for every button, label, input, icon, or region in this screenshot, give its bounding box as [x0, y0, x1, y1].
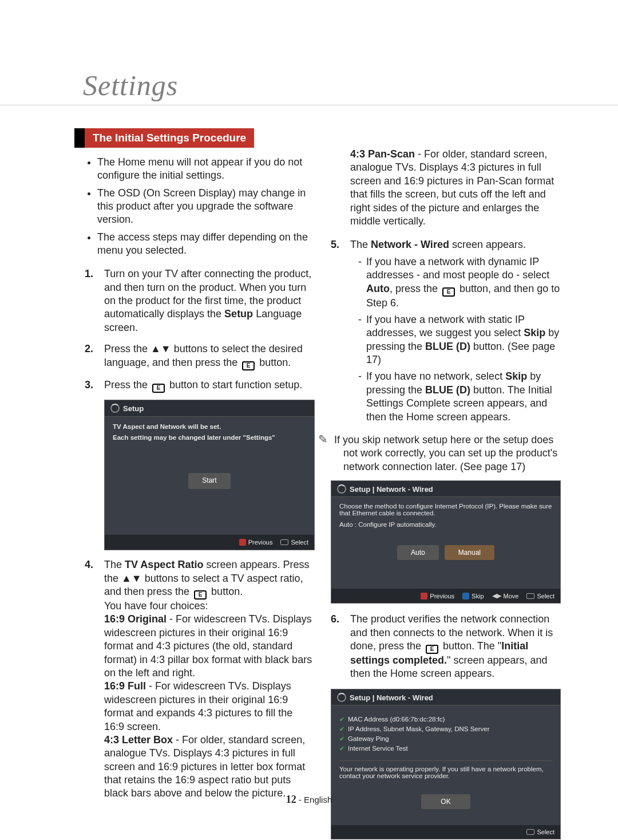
step-text: The [104, 559, 125, 570]
check-icon: ✔ [339, 725, 344, 732]
osd-title: Setup | Network - Wired [350, 693, 433, 702]
osd-text: Each setting may be changed later under … [113, 433, 306, 442]
hint-move: ◀▶Move [492, 592, 519, 600]
option-title: 16:9 Original [104, 613, 167, 625]
step-item: The TV Aspect Ratio screen appears. Pres… [85, 558, 315, 800]
enter-icon: E [426, 645, 438, 654]
step-text: Press the [104, 379, 150, 391]
check-item: ✔IP Address, Subnet Mask, Gateway, DNS S… [339, 725, 552, 733]
substep-item: If you have a network with dynamic IP ad… [358, 255, 561, 310]
check-item: ✔MAC Address (d0:66:7b:dc:28:fc) [339, 716, 552, 723]
spinner-icon [337, 693, 346, 702]
bold-term: Network - Wired [371, 239, 449, 250]
left-column: The Home menu will not appear if you do … [85, 148, 315, 839]
note-item: The access steps may differ depending on… [97, 231, 315, 257]
option-title: 16:9 Full [104, 680, 146, 692]
substep-item: If you have a network with static IP add… [358, 313, 561, 367]
start-button[interactable]: Start [188, 473, 230, 489]
page-number: 12 [286, 794, 296, 805]
header-rule [0, 105, 618, 105]
enter-icon: E [242, 361, 255, 370]
step-text: If you have a network with dynamic IP ad… [366, 256, 549, 281]
step-text: If you have a network with static IP add… [366, 314, 525, 338]
osd-text: Auto : Configure IP automatically. [339, 521, 552, 528]
right-column: 4:3 Pan-Scan - For older, standard scree… [331, 148, 561, 839]
spinner-icon [337, 484, 346, 494]
step-text: You have four choices: [104, 600, 208, 612]
check-icon: ✔ [339, 716, 344, 723]
footnote: ✎If you skip network setup here or the s… [331, 432, 561, 474]
option-desc: - For older, standard screen, analogue T… [350, 148, 554, 227]
step-text: If you have no network, select [366, 370, 505, 382]
osd-text: Choose the method to configure Internet … [339, 503, 552, 516]
note-item: The OSD (On Screen Display) may change i… [97, 187, 315, 226]
step-item: The product verifies the network connect… [331, 613, 561, 681]
hint-select: Select [280, 538, 308, 546]
substep-item: If you have no network, select Skip by p… [358, 370, 561, 424]
step-text: screen appears. [449, 239, 526, 250]
bold-term: Skip [505, 370, 527, 382]
page-footer: 12 - English [0, 794, 618, 806]
page-language: - English [296, 795, 332, 804]
enter-icon: E [194, 590, 207, 600]
bold-term: Setup [224, 308, 253, 320]
spinner-icon [110, 404, 120, 413]
check-icon: ✔ [339, 745, 344, 752]
page-title: Settings [83, 69, 618, 102]
hint-select: Select [526, 829, 554, 835]
step-item: Press the ▲▼ buttons to select the desir… [85, 342, 315, 370]
bold-term: Skip [524, 327, 545, 338]
check-item: ✔Gateway Ping [339, 735, 552, 743]
manual-button[interactable]: Manual [445, 545, 494, 560]
step-text: button. The " [440, 640, 501, 652]
step-text: button to start function setup. [167, 379, 302, 391]
osd-network-status-box: Setup | Network - Wired ✔MAC Address (d0… [331, 689, 561, 839]
osd-text: TV Aspect and Network will be set. [113, 423, 306, 431]
osd-title: Setup [123, 404, 144, 413]
bold-term: Auto [366, 283, 390, 294]
bold-term: BLUE (D) [425, 341, 470, 352]
osd-setup-box: Setup TV Aspect and Network will be set.… [104, 400, 315, 551]
note-text: If you skip network setup here or the se… [334, 434, 557, 472]
bold-term: TV Aspect Ratio [125, 559, 203, 570]
section-heading: The Initial Settings Procedure [85, 128, 254, 148]
step-item: The Network - Wired screen appears. If y… [331, 238, 561, 424]
step-item: Press the E button to start function set… [85, 378, 315, 551]
step-text: button. [208, 586, 243, 597]
step-text: button. [256, 357, 291, 368]
option-title: 4:3 Pan-Scan [350, 148, 415, 160]
hint-previous: Previous [239, 538, 273, 546]
hint-select: Select [526, 593, 554, 600]
hint-skip: Skip [462, 593, 484, 600]
enter-icon: E [152, 384, 165, 393]
step-text: The [350, 239, 371, 250]
step-item: Turn on your TV after connecting the pro… [85, 267, 315, 334]
osd-text: Your network is operating properly. If y… [339, 760, 552, 779]
auto-button[interactable]: Auto [397, 545, 439, 560]
hint-previous: Previous [421, 593, 454, 600]
step-text: , press the [390, 283, 441, 294]
bold-term: BLUE (D) [425, 384, 470, 396]
osd-network-config-box: Setup | Network - Wired Choose the metho… [331, 480, 561, 604]
note-item: The Home menu will not appear if you do … [97, 156, 315, 182]
check-icon: ✔ [339, 735, 344, 742]
check-item: ✔Internet Service Test [339, 745, 552, 752]
osd-title: Setup | Network - Wired [350, 485, 433, 494]
enter-icon: E [442, 287, 455, 297]
option-title: 4:3 Letter Box [104, 734, 173, 746]
